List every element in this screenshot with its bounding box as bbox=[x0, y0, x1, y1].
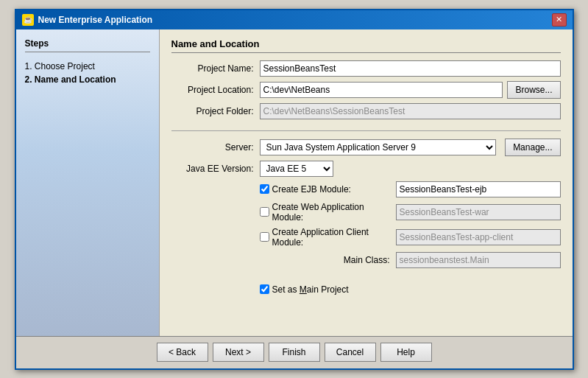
create-web-row: Create Web Application Module: bbox=[171, 202, 561, 223]
section-title: Name and Location bbox=[171, 38, 561, 53]
dialog-title: New Enterprise Application bbox=[38, 15, 153, 25]
project-folder-row: Project Folder: bbox=[171, 103, 561, 119]
create-client-text: Create Application Client Module: bbox=[272, 227, 396, 248]
create-client-checkbox[interactable] bbox=[260, 232, 269, 242]
help-button[interactable]: Help bbox=[380, 343, 432, 362]
close-button[interactable]: ✕ bbox=[552, 13, 567, 27]
project-location-row: Project Location: Browse... bbox=[171, 81, 561, 99]
server-row: Server: Sun Java System Application Serv… bbox=[171, 139, 561, 156]
sidebar: Steps 1. Choose Project 2. Name and Loca… bbox=[16, 29, 160, 336]
project-folder-label: Project Folder: bbox=[171, 106, 260, 116]
sidebar-item-choose-project[interactable]: 1. Choose Project bbox=[25, 60, 150, 73]
main-content: Name and Location Project Name: Project … bbox=[160, 29, 573, 336]
sidebar-step-2-number: 2. bbox=[25, 74, 32, 85]
dialog-icon: ☕ bbox=[22, 14, 34, 26]
dialog-icon-glyph: ☕ bbox=[24, 15, 32, 24]
project-folder-input[interactable] bbox=[260, 103, 561, 119]
dialog-window: ☕ New Enterprise Application ✕ Steps 1. … bbox=[15, 9, 574, 370]
project-name-input[interactable] bbox=[260, 60, 561, 77]
project-name-label: Project Name: bbox=[171, 63, 260, 74]
title-bar: ☕ New Enterprise Application ✕ bbox=[16, 10, 573, 29]
title-bar-left: ☕ New Enterprise Application bbox=[22, 14, 153, 26]
create-web-text: Create Web Application Module: bbox=[272, 202, 396, 223]
create-client-row: Create Application Client Module: bbox=[171, 227, 561, 248]
main-class-input[interactable] bbox=[396, 252, 561, 268]
set-main-checkbox[interactable] bbox=[260, 284, 269, 294]
server-select[interactable]: Sun Java System Application Server 9 bbox=[260, 139, 497, 155]
create-ejb-row: Create EJB Module: bbox=[171, 181, 561, 197]
manage-button[interactable]: Manage... bbox=[505, 139, 560, 156]
ejb-module-input[interactable] bbox=[396, 181, 561, 197]
sidebar-item-name-location[interactable]: 2. Name and Location bbox=[25, 73, 150, 86]
cancel-button[interactable]: Cancel bbox=[325, 343, 376, 362]
bottom-bar: < Back Next > Finish Cancel Help bbox=[16, 336, 573, 368]
create-ejb-text: Create EJB Module: bbox=[272, 184, 351, 195]
create-client-label[interactable]: Create Application Client Module: bbox=[260, 227, 396, 248]
back-button[interactable]: < Back bbox=[157, 343, 208, 362]
client-module-input[interactable] bbox=[396, 229, 561, 245]
sidebar-step-1-label: Choose Project bbox=[35, 61, 95, 71]
finish-button[interactable]: Finish bbox=[269, 343, 320, 362]
project-location-label: Project Location: bbox=[171, 85, 260, 95]
dialog-body: Steps 1. Choose Project 2. Name and Loca… bbox=[16, 29, 573, 336]
create-ejb-label[interactable]: Create EJB Module: bbox=[260, 184, 396, 195]
create-web-checkbox[interactable] bbox=[260, 207, 269, 217]
separator bbox=[171, 124, 561, 131]
main-class-row: Main Class: bbox=[171, 252, 561, 268]
javaee-select[interactable]: Java EE 5 bbox=[260, 161, 333, 177]
main-class-label: Main Class: bbox=[171, 255, 396, 265]
project-location-input[interactable] bbox=[260, 82, 503, 98]
set-main-row: Set as Main Project bbox=[171, 280, 561, 295]
javaee-label: Java EE Version: bbox=[171, 164, 260, 174]
create-ejb-checkbox[interactable] bbox=[260, 184, 269, 194]
server-label: Server: bbox=[171, 142, 260, 153]
create-web-label[interactable]: Create Web Application Module: bbox=[260, 202, 396, 223]
server-select-wrapper: Sun Java System Application Server 9 Man… bbox=[260, 139, 561, 156]
next-button[interactable]: Next > bbox=[213, 343, 264, 362]
project-name-row: Project Name: bbox=[171, 60, 561, 77]
set-main-label[interactable]: Set as Main Project bbox=[260, 284, 349, 295]
sidebar-heading: Steps bbox=[25, 38, 150, 52]
sidebar-step-2-label: Name and Location bbox=[35, 74, 116, 85]
sidebar-step-1-number: 1. bbox=[25, 61, 32, 71]
browse-button[interactable]: Browse... bbox=[507, 81, 560, 99]
set-main-text: Set as Main Project bbox=[272, 284, 349, 295]
web-module-input[interactable] bbox=[396, 204, 561, 220]
javaee-row: Java EE Version: Java EE 5 bbox=[171, 161, 561, 177]
